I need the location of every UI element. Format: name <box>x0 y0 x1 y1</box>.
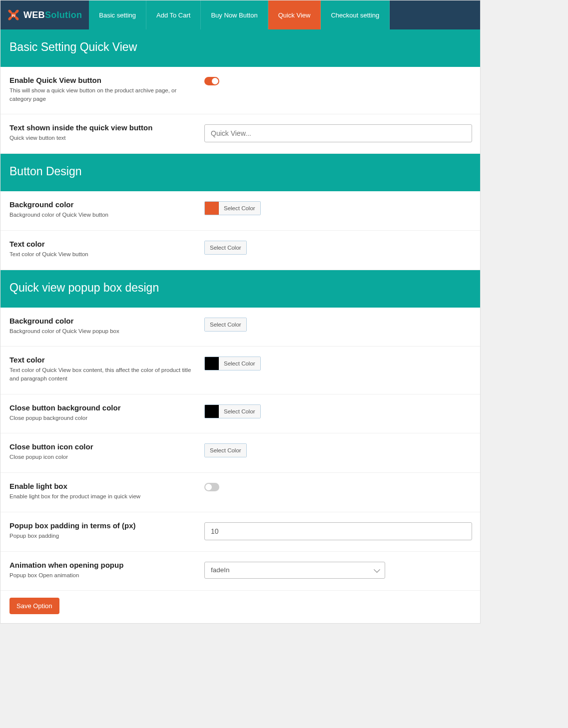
row-popup-animation: Animation when opening popup Popup box O… <box>0 552 480 591</box>
color-swatch <box>205 357 219 370</box>
button-text-input[interactable] <box>204 124 472 142</box>
row-btn-text-color: Text color Text color of Quick View butt… <box>0 231 480 270</box>
logo-text-solution: Solution <box>45 10 82 20</box>
section-header-basic: Basic Setting Quick View <box>0 29 480 67</box>
topbar: PI WEBSolution Basic setting Add To Cart… <box>0 0 480 29</box>
select-color-label: Select Color <box>205 444 246 457</box>
padding-title: Popup box padding in terms of (px) <box>9 521 192 530</box>
popup-text-color-picker[interactable]: Select Color <box>204 357 261 370</box>
tab-basic-setting[interactable]: Basic setting <box>89 0 146 29</box>
popup-text-desc: Text color of Quick View box content, th… <box>9 366 192 382</box>
enable-quick-view-toggle[interactable] <box>204 77 219 85</box>
close-bg-title: Close button background color <box>9 403 192 412</box>
popup-bg-desc: Background color of Quick View popup box <box>9 327 192 336</box>
btn-bg-color-picker[interactable]: Select Color <box>204 201 261 215</box>
btn-text-color-picker[interactable]: Select Color <box>204 241 247 255</box>
settings-page: PI WEBSolution Basic setting Add To Cart… <box>0 0 481 624</box>
lightbox-desc: Enable light box for the product image i… <box>9 492 192 501</box>
toggle-knob <box>205 484 212 490</box>
row-enable-quick-view: Enable Quick View button This will show … <box>0 67 480 114</box>
select-color-label: Select Color <box>219 405 260 418</box>
popup-text-title: Text color <box>9 356 192 364</box>
popup-bg-title: Background color <box>9 317 192 325</box>
tabs: Basic setting Add To Cart Buy Now Button… <box>89 0 390 29</box>
lightbox-title: Enable light box <box>9 482 192 490</box>
popup-bg-color-picker[interactable]: Select Color <box>204 318 247 332</box>
btn-bg-title: Background color <box>9 200 192 209</box>
tab-quick-view[interactable]: Quick View <box>268 0 321 29</box>
enable-quick-view-title: Enable Quick View button <box>9 76 192 84</box>
save-button[interactable]: Save Option <box>9 598 59 614</box>
close-icon-color-picker[interactable]: Select Color <box>204 443 247 457</box>
btn-bg-desc: Background color of Quick View button <box>9 211 192 219</box>
padding-input[interactable] <box>204 522 472 540</box>
select-color-label: Select Color <box>219 357 260 370</box>
row-button-text: Text shown inside the quick view button … <box>0 114 480 154</box>
close-icon-title: Close button icon color <box>9 442 192 451</box>
padding-desc: Popup box padding <box>9 532 192 540</box>
btn-text-desc: Text color of Quick View button <box>9 250 192 259</box>
close-bg-color-picker[interactable]: Select Color <box>204 404 261 418</box>
row-close-bg-color: Close button background color Close popu… <box>0 394 480 434</box>
section-header-popup: Quick view popup box design <box>0 270 480 308</box>
close-icon-desc: Close popup icon color <box>9 453 192 461</box>
enable-quick-view-desc: This will show a quick view button on th… <box>9 86 192 103</box>
row-btn-bg-color: Background color Background color of Qui… <box>0 191 480 231</box>
row-popup-text-color: Text color Text color of Quick View box … <box>0 347 480 394</box>
tab-add-to-cart[interactable]: Add To Cart <box>146 0 201 29</box>
row-enable-lightbox: Enable light box Enable light box for th… <box>0 473 480 512</box>
button-text-title: Text shown inside the quick view button <box>9 123 192 132</box>
save-row: Save Option <box>0 591 480 623</box>
select-color-label: Select Color <box>205 318 246 331</box>
row-popup-padding: Popup box padding in terms of (px) Popup… <box>0 512 480 552</box>
animation-desc: Popup box Open animation <box>9 571 192 580</box>
animation-title: Animation when opening popup <box>9 561 192 569</box>
logo-icon: PI <box>6 8 20 22</box>
animation-select-wrap: fadeIn <box>204 562 385 579</box>
tab-buy-now-button[interactable]: Buy Now Button <box>201 0 268 29</box>
section-header-button-design: Button Design <box>0 154 480 191</box>
color-swatch <box>205 202 219 215</box>
row-close-icon-color: Close button icon color Close popup icon… <box>0 433 480 473</box>
brand-logo: PI WEBSolution <box>0 0 89 29</box>
row-popup-bg-color: Background color Background color of Qui… <box>0 308 480 347</box>
close-bg-desc: Close popup background color <box>9 414 192 422</box>
logo-text-web: WEB <box>23 10 45 20</box>
select-color-label: Select Color <box>219 202 260 215</box>
color-swatch <box>205 405 219 418</box>
animation-select[interactable]: fadeIn <box>204 562 385 579</box>
svg-text:PI: PI <box>11 14 15 17</box>
toggle-knob <box>212 78 218 84</box>
select-color-label: Select Color <box>205 241 246 254</box>
button-text-desc: Quick view button text <box>9 134 192 142</box>
tab-checkout-setting[interactable]: Checkout setting <box>321 0 390 29</box>
lightbox-toggle[interactable] <box>204 483 219 491</box>
btn-text-title: Text color <box>9 240 192 248</box>
